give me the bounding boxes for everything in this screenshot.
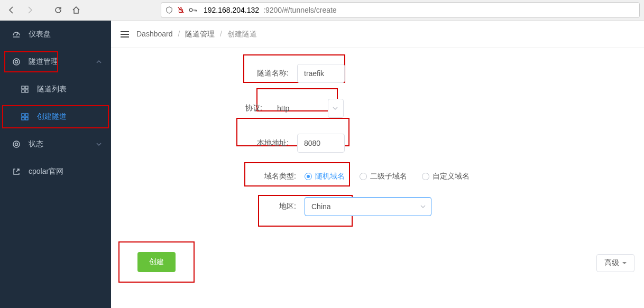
svg-rect-4 <box>22 86 24 89</box>
svg-point-3 <box>15 61 18 63</box>
chevron-up-icon <box>96 58 102 66</box>
radio-label: 随机域名 <box>315 172 345 181</box>
protocol-value: http <box>271 99 313 118</box>
gauge-icon <box>12 30 21 39</box>
chevron-down-icon <box>420 202 426 211</box>
radio-dot-icon <box>422 173 429 180</box>
lock-crossed-icon <box>177 6 185 14</box>
grid-icon <box>20 86 30 93</box>
svg-point-2 <box>13 59 20 65</box>
svg-point-12 <box>13 141 20 147</box>
menu-toggle-icon[interactable] <box>121 31 129 38</box>
radio-label: 二级子域名 <box>370 172 407 181</box>
svg-point-1 <box>189 8 192 12</box>
browser-toolbar: 192.168.204.132:9200/#/tunnels/create <box>0 0 644 21</box>
life-ring-icon <box>12 140 21 148</box>
shield-icon <box>165 6 173 14</box>
sidebar-item-label: 创建隧道 <box>37 112 67 122</box>
sidebar-item-dashboard[interactable]: 仪表盘 <box>0 21 111 48</box>
svg-rect-5 <box>25 86 28 89</box>
chevron-down-icon <box>333 104 338 113</box>
radio-dot-icon <box>360 173 367 180</box>
sidebar-item-cpolar-site[interactable]: cpolar官网 <box>0 158 111 185</box>
nav-refresh-button[interactable] <box>51 3 66 17</box>
sidebar-item-tunnel-mgmt[interactable]: 隧道管理 <box>0 48 111 76</box>
caret-down-icon <box>622 261 627 265</box>
region-select[interactable]: China <box>305 197 431 216</box>
advanced-button[interactable]: 高级 <box>596 254 634 272</box>
svg-rect-11 <box>25 117 28 120</box>
create-button[interactable]: 创建 <box>137 252 176 272</box>
sidebar: 仪表盘 隧道管理 隧道列表 创建隧道 状态 <box>0 21 111 308</box>
protocol-select[interactable] <box>328 99 344 118</box>
radio-subdomain[interactable]: 二级子域名 <box>360 172 407 181</box>
label-tunnel-name: 隧道名称: <box>117 69 297 78</box>
chevron-down-icon <box>96 140 102 148</box>
svg-rect-7 <box>25 90 28 92</box>
radio-random-domain[interactable]: 随机域名 <box>305 172 345 181</box>
sidebar-item-label: 隧道列表 <box>37 85 67 94</box>
advanced-label: 高级 <box>604 258 619 268</box>
svg-rect-10 <box>22 117 24 120</box>
sidebar-item-label: cpolar官网 <box>29 167 63 176</box>
breadcrumb-current: 创建隧道 <box>227 30 257 38</box>
radio-label: 自定义域名 <box>433 172 470 181</box>
sidebar-item-tunnel-list[interactable]: 隧道列表 <box>0 76 111 103</box>
breadcrumb: Dashboard / 隧道管理 / 创建隧道 <box>136 30 257 39</box>
tunnel-name-input[interactable] <box>297 64 345 83</box>
url-host: 192.168.204.132 <box>204 6 259 14</box>
local-addr-input[interactable] <box>297 134 345 153</box>
sidebar-item-label: 隧道管理 <box>29 57 58 67</box>
radio-dot-icon <box>305 173 312 180</box>
main-content: Dashboard / 隧道管理 / 创建隧道 隧道名称: <box>111 21 644 308</box>
nav-home-button[interactable] <box>69 3 84 17</box>
grid-icon <box>20 113 30 120</box>
svg-rect-6 <box>22 90 24 92</box>
life-ring-icon <box>12 58 21 66</box>
nav-forward-button[interactable] <box>22 3 37 17</box>
key-icon <box>189 6 197 14</box>
breadcrumb-mid[interactable]: 隧道管理 <box>185 30 215 38</box>
region-value: China <box>311 202 331 211</box>
sidebar-item-status[interactable]: 状态 <box>0 130 111 158</box>
url-path: :9200/#/tunnels/create <box>263 6 337 14</box>
sidebar-item-label: 仪表盘 <box>29 30 51 39</box>
label-domain-type: 域名类型: <box>117 172 305 181</box>
label-local-addr: 本地地址: <box>117 138 297 148</box>
breadcrumb-root[interactable]: Dashboard <box>136 30 173 38</box>
highlight-submit: 创建 <box>118 241 195 283</box>
label-protocol: 协议: <box>117 104 271 113</box>
nav-back-button[interactable] <box>4 3 19 17</box>
svg-point-13 <box>15 143 18 146</box>
url-bar[interactable]: 192.168.204.132:9200/#/tunnels/create <box>161 2 640 18</box>
svg-rect-9 <box>25 114 28 116</box>
advanced-toggle-wrap: 高级 <box>596 254 634 272</box>
sidebar-item-create-tunnel[interactable]: 创建隧道 <box>0 103 111 130</box>
topbar: Dashboard / 隧道管理 / 创建隧道 <box>111 21 644 48</box>
external-link-icon <box>12 168 21 175</box>
label-region: 地区: <box>117 202 305 211</box>
svg-rect-8 <box>22 114 24 116</box>
radio-custom-domain[interactable]: 自定义域名 <box>422 172 470 181</box>
create-label: 创建 <box>149 257 164 266</box>
sidebar-item-label: 状态 <box>29 139 43 149</box>
